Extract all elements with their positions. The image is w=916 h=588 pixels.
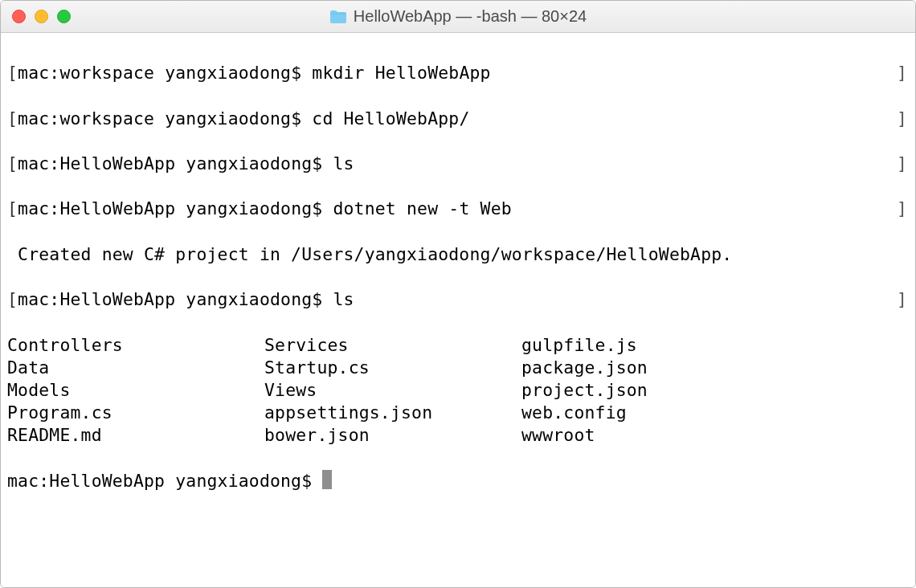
prompt: mac:HelloWebApp yangxiaodong$ [18,289,333,309]
file-item: Controllers [7,334,264,357]
file-item: Models [7,379,264,402]
terminal-window: HelloWebApp — -bash — 80×24 [mac:workspa… [0,0,916,588]
prompt: mac:HelloWebApp yangxiaodong$ [7,471,322,491]
file-item: Startup.cs [264,357,521,379]
terminal-line: [mac:HelloWebApp yangxiaodong$ ls] [7,288,912,311]
window-title: HelloWebApp — -bash — 80×24 [354,7,587,26]
file-item: web.config [521,402,912,424]
file-item: project.json [521,379,912,402]
prompt: mac:workspace yangxiaodong$ [18,63,312,83]
command-text: ls [333,289,354,309]
file-item: package.json [521,357,912,379]
traffic-lights [1,10,71,23]
terminal-body[interactable]: [mac:workspace yangxiaodong$ mkdir Hello… [1,33,915,587]
file-item: gulpfile.js [521,334,912,357]
command-text: ls [333,153,354,174]
file-item: Views [264,379,521,402]
command-text: dotnet new -t Web [333,198,511,218]
terminal-line: [mac:HelloWebApp yangxiaodong$ dotnet ne… [7,198,912,220]
close-button[interactable] [12,10,26,23]
terminal-line: [mac:workspace yangxiaodong$ cd HelloWeb… [7,108,912,130]
file-item: appsettings.json [264,402,521,424]
terminal-line: mac:HelloWebApp yangxiaodong$ [7,470,912,492]
command-text: cd HelloWebApp/ [312,108,469,129]
file-item: README.md [7,424,264,447]
prompt: mac:workspace yangxiaodong$ [18,108,312,129]
titlebar[interactable]: HelloWebApp — -bash — 80×24 [1,1,915,33]
prompt: mac:HelloWebApp yangxiaodong$ [18,198,333,218]
command-text: mkdir HelloWebApp [312,63,490,83]
minimize-button[interactable] [35,10,48,23]
window-title-group: HelloWebApp — -bash — 80×24 [1,7,915,26]
cursor [322,470,332,489]
prompt: mac:HelloWebApp yangxiaodong$ [18,153,333,174]
ls-output: ControllersServicesgulpfile.js DataStart… [7,334,912,447]
file-item: wwwroot [521,424,912,447]
file-item: Data [7,357,264,379]
file-item: Services [264,334,521,357]
file-item: bower.json [264,424,521,447]
terminal-line: [mac:workspace yangxiaodong$ mkdir Hello… [7,62,912,84]
terminal-output: Created new C# project in /Users/yangxia… [7,243,912,266]
zoom-button[interactable] [57,10,71,23]
terminal-line: [mac:HelloWebApp yangxiaodong$ ls] [7,153,912,175]
file-item: Program.cs [7,402,264,424]
folder-icon [329,10,347,24]
